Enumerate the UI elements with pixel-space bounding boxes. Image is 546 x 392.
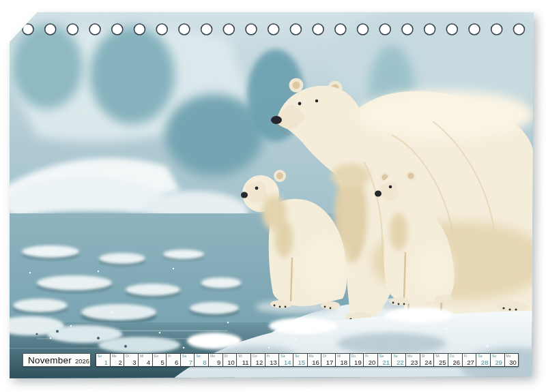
binding-hole (425, 24, 435, 35)
day-number: 2 (118, 359, 121, 365)
weekday-abbr: Sa (379, 355, 384, 358)
binding-hole (67, 24, 78, 35)
day-cell: Fr13 (265, 354, 279, 366)
day-number: 4 (147, 359, 150, 365)
weekday-abbr: So (98, 355, 102, 358)
day-cell: Do26 (448, 354, 462, 366)
day-cell: Mo30 (505, 354, 519, 366)
day-number: 30 (509, 359, 517, 365)
day-number: 7 (189, 359, 192, 365)
day-number: 28 (481, 359, 489, 365)
day-number: 8 (203, 359, 206, 365)
day-number: 25 (439, 359, 446, 365)
weekday-abbr: So (393, 355, 397, 358)
date-strip: November 2026 So1Mo2Di3Mi4Do5Fr6Sa7So8Mo… (10, 353, 534, 367)
weekday-abbr: Do (351, 355, 356, 358)
day-cell: Do19 (350, 354, 364, 366)
day-cell: Mo9 (209, 354, 222, 366)
day-number: 21 (382, 359, 390, 365)
day-cell: Sa28 (476, 354, 490, 366)
day-cell: Fr6 (167, 354, 180, 366)
day-number: 16 (312, 359, 319, 365)
day-cell: Mi25 (434, 354, 448, 366)
weekday-abbr: Mi (337, 355, 341, 358)
weekday-abbr: Mo (309, 355, 314, 358)
day-number: 26 (453, 359, 461, 365)
day-number: 17 (326, 359, 334, 365)
weekday-abbr: Sa (478, 355, 482, 358)
date-strip-days: So1Mo2Di3Mi4Do5Fr6Sa7So8Mo9Di10Mi11Do12F… (96, 353, 519, 367)
weekday-abbr: Fr (267, 355, 270, 358)
polar-bear-family-photo (10, 12, 534, 378)
day-cell: Mi18 (336, 354, 349, 366)
weekday-abbr: Mo (210, 355, 215, 358)
day-number: 24 (425, 359, 432, 365)
binding-hole (246, 24, 257, 35)
month-box: November 2026 (23, 353, 91, 367)
weekday-abbr: Fr (365, 355, 369, 358)
binding-hole (89, 24, 100, 35)
day-number: 20 (369, 359, 376, 365)
binding-hole (179, 24, 190, 35)
binding-hole (446, 24, 457, 35)
weekday-abbr: Mi (435, 355, 439, 358)
binding-hole (23, 24, 33, 35)
binding-hole (402, 24, 413, 35)
binding-hole (268, 24, 279, 35)
weekday-abbr: Di (225, 355, 228, 358)
weekday-abbr: Di (422, 355, 425, 358)
day-number: 19 (354, 359, 362, 365)
calendar-page-sheet: November 2026 So1Mo2Di3Mi4Do5Fr6Sa7So8Mo… (10, 12, 534, 378)
day-number: 14 (284, 359, 291, 365)
day-cell: Mo16 (308, 354, 321, 366)
calendar-page-wrap: November 2026 So1Mo2Di3Mi4Do5Fr6Sa7So8Mo… (10, 12, 534, 378)
day-cell: So1 (96, 354, 110, 366)
day-number: 3 (132, 359, 136, 365)
weekday-abbr: Do (450, 355, 454, 358)
year-label: 2026 (75, 356, 89, 365)
binding-hole (469, 24, 480, 35)
weekday-abbr: Sa (281, 355, 285, 358)
day-cell: So29 (491, 354, 504, 366)
day-cell: Sa14 (279, 354, 293, 366)
weekday-abbr: Mi (238, 355, 242, 358)
weekday-abbr: So (295, 355, 299, 358)
day-cell: Fr20 (364, 354, 377, 366)
weekday-abbr: Sa (182, 355, 186, 358)
day-number: 18 (340, 359, 347, 365)
day-cell: Di10 (223, 354, 237, 366)
day-cell: Mi11 (237, 354, 250, 366)
binding-hole (313, 24, 324, 35)
day-number: 27 (467, 359, 474, 365)
day-number: 6 (175, 359, 178, 365)
weekday-abbr: Mo (506, 355, 511, 358)
day-cell: Sa21 (378, 354, 392, 366)
binding-hole (290, 24, 301, 35)
month-label: November (28, 356, 72, 365)
day-number: 22 (397, 359, 404, 365)
binding-hole (379, 24, 390, 35)
binding-hole (45, 24, 56, 35)
binding-hole (134, 24, 145, 35)
day-cell: So22 (392, 354, 405, 366)
day-number: 13 (270, 359, 277, 365)
weekday-abbr: So (492, 355, 496, 358)
binding-hole (156, 24, 167, 35)
day-cell: Sa7 (181, 354, 195, 366)
day-cell: Di24 (420, 354, 434, 366)
weekday-abbr: Mo (407, 355, 412, 358)
day-number: 10 (227, 359, 235, 365)
day-number: 12 (256, 359, 263, 365)
weekday-abbr: Do (154, 355, 158, 358)
day-cell: So15 (293, 354, 307, 366)
day-cell: Fr27 (463, 354, 476, 366)
binding-holes (23, 24, 524, 35)
binding-hole (491, 24, 502, 35)
day-cell: Mo23 (406, 354, 420, 366)
day-number: 1 (104, 359, 108, 365)
day-number: 29 (495, 359, 503, 365)
day-number: 9 (217, 359, 220, 365)
day-cell: Di17 (321, 354, 335, 366)
weekday-abbr: Di (126, 355, 129, 358)
day-cell: So8 (195, 354, 208, 366)
